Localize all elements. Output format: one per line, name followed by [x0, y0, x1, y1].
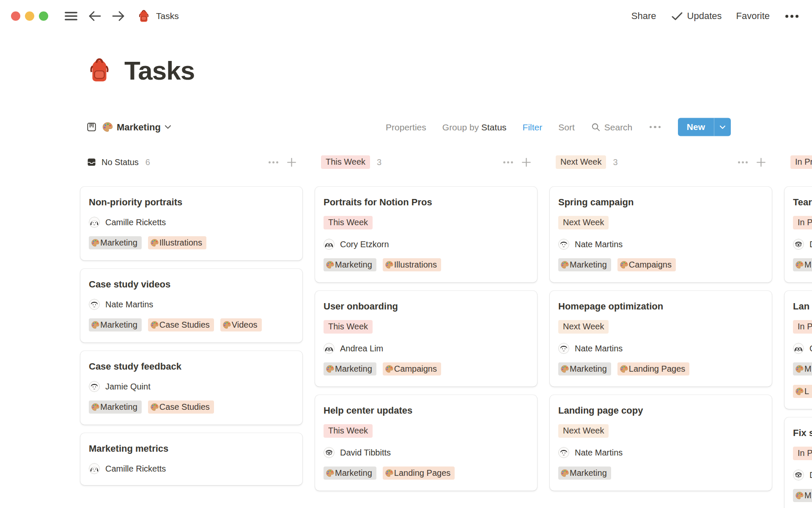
- card-person-row: D: [793, 239, 812, 250]
- group-by-button[interactable]: Group by Status: [442, 122, 507, 132]
- column-header-no-status: No Status6: [80, 154, 302, 171]
- column-more-icon[interactable]: [502, 161, 514, 163]
- kanban-board: No Status6Non-priority portraitsCamille …: [0, 154, 812, 508]
- column-more-icon[interactable]: [268, 161, 279, 163]
- status-badge: In P: [793, 216, 812, 229]
- tag-label: L: [804, 387, 809, 396]
- column-header-next-week: Next Week3: [550, 154, 772, 171]
- favorite-button[interactable]: Favorite: [736, 11, 770, 22]
- person-name: Nate Martins: [575, 448, 623, 458]
- board-card[interactable]: User onboardingThis WeekAndrea LimMarket…: [315, 291, 537, 387]
- avatar: [89, 299, 100, 310]
- column-header-in-progress: In Pr: [785, 154, 812, 171]
- card-tags-row: ML: [793, 362, 812, 398]
- zoom-window-button[interactable]: [39, 11, 48, 21]
- forward-arrow-icon[interactable]: [111, 10, 126, 22]
- tag-peach: Landing Pages: [617, 362, 689, 375]
- column-add-card-icon[interactable]: [521, 157, 532, 168]
- card-title: Case study videos: [89, 279, 294, 290]
- tag-label: Videos: [232, 320, 258, 330]
- new-button[interactable]: New: [678, 118, 731, 136]
- board-card[interactable]: Fix sIn PDM: [785, 417, 812, 508]
- avatar: [89, 463, 100, 474]
- card-person-row: Camille Ricketts: [89, 217, 294, 228]
- tag-label: Marketing: [570, 364, 607, 374]
- tag-label: M: [804, 260, 812, 270]
- tag-label: M: [804, 491, 812, 500]
- close-window-button[interactable]: [11, 11, 20, 21]
- board-card[interactable]: Landing page copyNext WeekNate MartinsMa…: [550, 395, 772, 491]
- column-more-icon[interactable]: [737, 161, 749, 163]
- card-title: Homepage optimization: [558, 301, 763, 312]
- view-name: Marketing: [117, 121, 161, 133]
- person-name: Nate Martins: [575, 344, 623, 353]
- tag-gray: Marketing: [558, 467, 611, 480]
- sidebar-toggle-icon[interactable]: [64, 11, 78, 22]
- board-card[interactable]: TearIn PDM: [785, 187, 812, 282]
- column-title-pill[interactable]: In Pr: [790, 155, 812, 169]
- minimize-window-button[interactable]: [25, 11, 34, 21]
- status-badge: This Week: [324, 424, 373, 438]
- sort-button[interactable]: Sort: [558, 122, 575, 132]
- page-title[interactable]: Tasks: [124, 55, 195, 86]
- person-name: Camille Ricketts: [105, 218, 166, 227]
- column-next-week: Next Week3Spring campaignNext WeekNate M…: [550, 154, 772, 508]
- card-person-row: Nate Martins: [558, 239, 763, 250]
- tag-peach: Videos: [220, 318, 262, 331]
- card-tags-row: MarketingIllustrations: [324, 258, 529, 271]
- column-add-card-icon[interactable]: [286, 157, 297, 168]
- column-no-status: No Status6Non-priority portraitsCamille …: [80, 154, 302, 508]
- board-card[interactable]: Help center updatesThis WeekDavid Tibbit…: [315, 395, 537, 491]
- view-selector[interactable]: Marketing: [86, 121, 171, 133]
- board-card[interactable]: Portraits for Notion ProsThis WeekCory E…: [315, 187, 537, 282]
- column-title-pill[interactable]: This Week: [321, 155, 370, 169]
- window-topbar: Tasks Share Updates Favorite: [0, 0, 812, 32]
- tag-gray: Marketing: [558, 258, 611, 271]
- inbox-icon: [86, 157, 97, 167]
- card-tags-row: Marketing: [558, 467, 763, 480]
- avatar: [89, 217, 100, 228]
- view-more-icon[interactable]: [648, 126, 662, 128]
- breadcrumb-page-title[interactable]: Tasks: [156, 11, 179, 21]
- tag-label: Landing Pages: [629, 364, 685, 374]
- tag-peach: Campaigns: [383, 362, 441, 375]
- avatar: [793, 343, 804, 354]
- card-person-row: D: [793, 469, 812, 480]
- search-button[interactable]: Search: [591, 122, 633, 132]
- status-badge: In P: [793, 447, 812, 460]
- tag-gray: M: [793, 258, 812, 271]
- share-button[interactable]: Share: [631, 11, 656, 22]
- board-card[interactable]: Non-priority portraitsCamille RickettsMa…: [80, 187, 302, 260]
- board-card[interactable]: Case study feedbackJamie QuintMarketingC…: [80, 351, 302, 425]
- board-card[interactable]: Marketing metricsCamille Ricketts: [80, 433, 302, 485]
- card-status-row: Next Week: [558, 424, 763, 438]
- avatar: [324, 343, 335, 354]
- board-card[interactable]: LanIn PCML: [785, 291, 812, 409]
- column-add-card-icon[interactable]: [755, 157, 767, 168]
- filter-button[interactable]: Filter: [523, 122, 543, 132]
- more-icon[interactable]: [784, 15, 799, 18]
- card-person-row: Camille Ricketts: [89, 463, 294, 474]
- board-card[interactable]: Case study videosNate MartinsMarketingCa…: [80, 269, 302, 342]
- tag-peach: Landing Pages: [383, 467, 455, 480]
- card-status-row: This Week: [324, 320, 529, 334]
- avatar: [558, 239, 569, 250]
- column-title[interactable]: No Status: [102, 157, 139, 167]
- person-name: Jamie Quint: [105, 382, 151, 392]
- back-arrow-icon[interactable]: [88, 10, 102, 22]
- properties-button[interactable]: Properties: [386, 122, 426, 132]
- board-card[interactable]: Homepage optimizationNext WeekNate Marti…: [550, 291, 772, 387]
- new-dropdown-chevron-icon[interactable]: [714, 118, 731, 136]
- updates-button[interactable]: Updates: [671, 11, 722, 22]
- board-card[interactable]: Spring campaignNext WeekNate MartinsMark…: [550, 187, 772, 282]
- person-name: D: [809, 240, 812, 249]
- page-icon-backpack[interactable]: [85, 55, 113, 85]
- card-status-row: Next Week: [558, 216, 763, 229]
- tag-gray: M: [793, 489, 812, 502]
- tag-peach: L: [793, 385, 812, 398]
- status-badge: In P: [793, 320, 812, 334]
- column-title-pill[interactable]: Next Week: [556, 155, 606, 169]
- tag-label: Campaigns: [629, 260, 672, 270]
- card-tags-row: MarketingCampaigns: [324, 362, 529, 375]
- card-tags-row: MarketingCase Studies: [89, 400, 294, 414]
